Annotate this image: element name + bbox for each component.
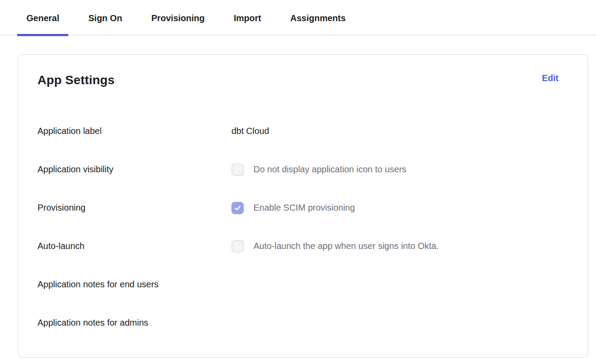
field-label-provisioning: Provisioning [37, 203, 231, 213]
tab-sign-on[interactable]: Sign On [79, 13, 131, 35]
checkbox-provisioning [231, 202, 244, 214]
tab-assignments[interactable]: Assignments [281, 13, 355, 35]
row-auto-launch: Auto-launch Auto-launch the app when use… [18, 227, 588, 265]
tab-general[interactable]: General [17, 13, 68, 35]
row-application-visibility: Application visibility Do not display ap… [18, 150, 588, 189]
page-title: App Settings [37, 73, 115, 87]
row-notes-end-users: Application notes for end users [18, 265, 588, 304]
field-label-application-label: Application label [37, 126, 231, 136]
app-settings-card: App Settings Edit Application label dbt … [18, 54, 588, 358]
field-label-notes-end-users: Application notes for end users [37, 279, 231, 290]
field-label-application-visibility: Application visibility [37, 164, 231, 175]
row-application-label: Application label dbt Cloud [18, 112, 588, 150]
edit-button[interactable]: Edit [542, 73, 559, 83]
checkbox-application-visibility [231, 163, 244, 176]
tab-import[interactable]: Import [224, 13, 270, 35]
tab-bar: General Sign On Provisioning Import Assi… [0, 0, 596, 35]
checkbox-label-auto-launch: Auto-launch the app when user signs into… [253, 241, 439, 251]
field-label-notes-admins: Application notes for admins [37, 318, 231, 328]
settings-rows: Application label dbt Cloud Application … [18, 112, 588, 342]
row-provisioning: Provisioning Enable SCIM provisioning [18, 189, 588, 227]
checkmark-icon [234, 204, 242, 212]
checkbox-label-application-visibility: Do not display application icon to users [253, 164, 406, 175]
field-label-auto-launch: Auto-launch [37, 241, 231, 251]
tab-provisioning[interactable]: Provisioning [142, 13, 214, 35]
card-header: App Settings Edit [18, 55, 588, 87]
field-value-application-label: dbt Cloud [231, 126, 269, 136]
row-notes-admins: Application notes for admins [18, 304, 588, 342]
checkbox-auto-launch [231, 240, 244, 253]
checkbox-label-provisioning: Enable SCIM provisioning [253, 203, 355, 213]
